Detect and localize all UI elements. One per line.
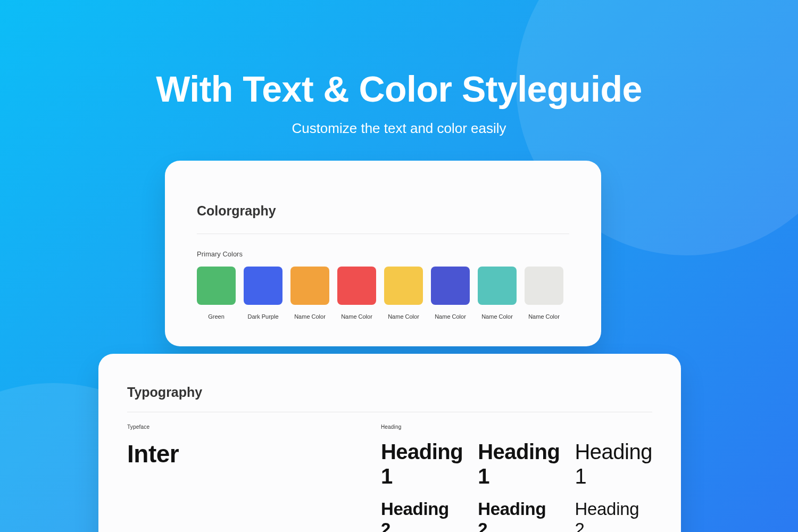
swatch-label: Name Color bbox=[435, 313, 466, 320]
primary-colors-label: Primary Colors bbox=[197, 250, 569, 258]
heading-sample-h1: Heading 1 bbox=[575, 439, 652, 488]
color-swatch: Dark Purple bbox=[244, 267, 282, 320]
divider bbox=[197, 234, 569, 234]
typeface-label: Typeface bbox=[127, 424, 360, 430]
heading-sample-h1: Heading 1 bbox=[478, 439, 560, 488]
typeface-column: Typeface Inter bbox=[127, 424, 360, 532]
color-swatch: Name Color bbox=[525, 267, 563, 320]
swatch-row: Green Dark Purple Name Color Name Color … bbox=[197, 267, 569, 320]
color-swatch: Name Color bbox=[337, 267, 376, 320]
colors-card: Colorgraphy Primary Colors Green Dark Pu… bbox=[165, 161, 601, 346]
hero-subtitle: Customize the text and color easily bbox=[0, 120, 798, 137]
color-swatch: Name Color bbox=[478, 267, 517, 320]
hero-title: With Text & Color Styleguide bbox=[0, 68, 798, 110]
heading-sample-h2: Heading 2 bbox=[381, 499, 463, 532]
color-swatch: Name Color bbox=[431, 267, 470, 320]
heading-weight-bold: Heading 1 Heading 2 Heading 3 bbox=[381, 439, 463, 532]
color-swatch: Name Color bbox=[290, 267, 329, 320]
swatch-label: Name Color bbox=[528, 313, 560, 320]
swatch-box bbox=[290, 267, 329, 305]
heading-weight-regular: Heading 1 Heading 2 Heading 3 bbox=[575, 439, 652, 532]
swatch-label: Name Color bbox=[294, 313, 326, 320]
heading-sample-h2: Heading 2 bbox=[478, 499, 560, 532]
heading-label: Heading bbox=[381, 424, 652, 430]
swatch-label: Name Color bbox=[388, 313, 419, 320]
color-swatch: Green bbox=[197, 267, 236, 320]
swatch-box bbox=[337, 267, 376, 305]
typography-card: Typography Typeface Inter Heading Headin… bbox=[98, 354, 681, 532]
swatch-label: Name Color bbox=[341, 313, 372, 320]
swatch-box bbox=[431, 267, 470, 305]
swatch-box bbox=[197, 267, 236, 305]
heading-weight-semibold: Heading 1 Heading 2 Heading 3 bbox=[478, 439, 560, 532]
swatch-label: Dark Purple bbox=[247, 313, 278, 320]
heading-column: Heading Heading 1 Heading 2 Heading 3 He… bbox=[381, 424, 652, 532]
swatch-box bbox=[525, 267, 563, 305]
colors-card-title: Colorgraphy bbox=[197, 203, 569, 219]
swatch-label: Green bbox=[208, 313, 225, 320]
heading-sample-h2: Heading 2 bbox=[575, 499, 652, 532]
swatch-box bbox=[244, 267, 282, 305]
swatch-box bbox=[384, 267, 423, 305]
divider bbox=[127, 412, 652, 412]
color-swatch: Name Color bbox=[384, 267, 423, 320]
swatch-label: Name Color bbox=[481, 313, 513, 320]
swatch-box bbox=[478, 267, 517, 305]
typeface-name: Inter bbox=[127, 439, 360, 468]
typography-card-title: Typography bbox=[127, 385, 652, 400]
heading-sample-h1: Heading 1 bbox=[381, 439, 463, 488]
